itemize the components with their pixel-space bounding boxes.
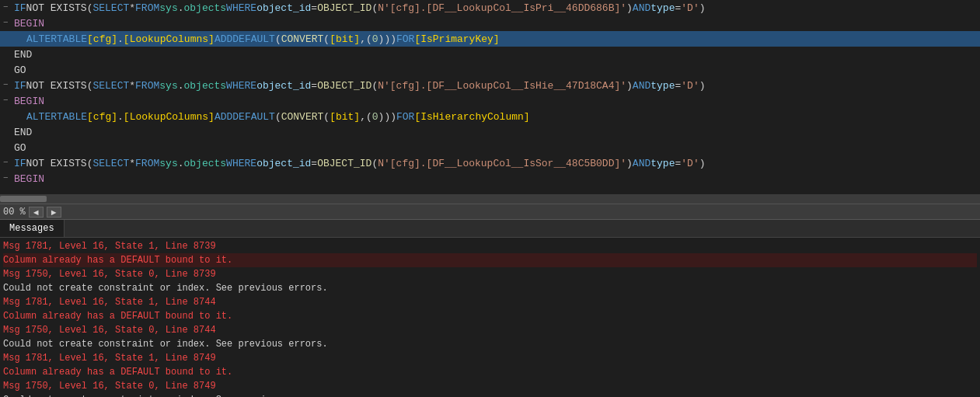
code-token: = [311,80,317,92]
code-token: BEGIN [14,173,44,185]
code-token: object_id [256,80,311,92]
code-token: [cfg] [87,33,117,45]
code-token: objects [184,80,227,92]
code-token: 'D' [681,80,699,92]
code-token: * [129,80,135,92]
code-token: ADD [214,111,232,123]
code-token: ( [323,111,330,123]
tab-messages-label: Messages [9,223,54,234]
message-line: Could not create constraint or index. Se… [3,281,977,295]
code-token: ) [626,158,633,169]
code-token: FOR [396,111,414,123]
code-token: . [178,158,184,169]
code-token: IF [14,158,26,169]
code-token: [bit] [330,111,360,123]
code-token: type [650,158,675,169]
code-line: −BEGIN [0,16,980,31]
code-token: type [650,2,675,14]
code-token: OBJECT_ID [317,2,371,14]
code-token: [IsPrimaryKey] [414,33,499,45]
code-token: ) [626,2,633,14]
code-token: = [311,2,317,14]
tab-messages[interactable]: Messages [0,220,65,237]
code-token: . [178,2,184,14]
fold-button[interactable]: − [3,18,14,29]
code-token: END [14,127,32,138]
code-line: ALTER TABLE [cfg].[LookupColumns] ADD DE… [0,109,980,124]
scrollbar-thumb[interactable] [0,196,47,202]
code-token: ALTER [26,111,57,123]
code-token: ( [371,80,378,92]
code-token: N'[cfg].[DF__LookupCol__IsHie__47D18CA4]… [378,80,626,92]
code-editor[interactable]: −IF NOT EXISTS (SELECT * FROM sys.object… [0,0,980,194]
code-token: CONVERT [281,33,324,45]
horizontal-scrollbar[interactable] [0,194,980,204]
code-token: FROM [135,158,159,169]
message-line: Msg 1750, Level 16, State 0, Line 8744 [3,323,977,337]
code-token: SELECT [92,80,129,92]
code-token: AND [633,80,650,92]
code-token: WHERE [226,158,256,169]
code-token: TABLE [57,33,87,45]
messages-tab-bar: Messages [0,219,980,238]
code-token: CONVERT [281,111,324,123]
code-line: −IF NOT EXISTS (SELECT * FROM sys.object… [0,0,980,16]
code-line: END [0,47,980,62]
code-line: ALTER TABLE [cfg].[LookupColumns] ADD DE… [0,31,980,47]
code-token: object_id [256,2,311,14]
code-token: FROM [135,80,159,92]
code-line: −IF NOT EXISTS (SELECT * FROM sys.object… [0,155,980,171]
fold-button [3,49,14,60]
code-token: ))) [378,111,396,123]
message-line: Could not create constraint or index. Se… [3,393,977,397]
code-line: END [0,124,980,140]
message-line: Msg 1781, Level 16, State 1, Line 8739 [3,239,977,253]
fold-button[interactable]: − [3,158,14,169]
message-line: Msg 1781, Level 16, State 1, Line 8749 [3,351,977,365]
code-token: 0 [372,111,378,123]
fold-button[interactable]: − [3,96,14,106]
code-token: ,( [360,111,372,123]
code-token: [LookupColumns] [124,111,214,123]
fold-button [3,64,14,75]
code-token: ) [699,2,706,14]
code-token: ( [87,2,93,14]
code-token: IF [14,2,26,14]
code-token: [IsHierarchyColumn] [414,111,529,123]
code-token: = [675,80,681,92]
code-token: = [311,158,317,169]
code-line: −IF NOT EXISTS (SELECT * FROM sys.object… [0,78,980,93]
zoom-increase-button[interactable]: ► [47,207,61,218]
code-token: object_id [256,158,311,169]
code-token: AND [633,2,650,14]
code-token: END [14,49,32,61]
code-token: ( [87,158,93,169]
fold-button[interactable]: − [3,2,14,13]
code-token: NOT EXISTS [26,80,87,92]
code-token: 'D' [681,158,699,169]
code-token: [cfg] [87,111,117,123]
code-token: ( [323,33,330,45]
code-token: . [178,80,184,92]
code-token: IF [14,80,26,92]
zoom-decrease-button[interactable]: ◄ [29,207,44,218]
code-token: BEGIN [14,18,44,30]
code-token: ) [699,158,706,169]
fold-button[interactable]: − [3,173,14,184]
messages-area[interactable]: Msg 1781, Level 16, State 1, Line 8739Co… [0,238,980,397]
code-token: sys [159,2,177,14]
code-token: ) [626,80,633,92]
editor-container: −IF NOT EXISTS (SELECT * FROM sys.object… [0,0,980,397]
code-token: sys [159,80,177,92]
code-token: ,( [360,33,372,45]
code-token: ) [699,80,706,92]
fold-button[interactable]: − [3,80,14,91]
code-line: GO [0,62,980,78]
zoom-level: 00 % [3,207,26,218]
message-line: Column already has a DEFAULT bound to it… [3,309,977,323]
code-token: objects [184,2,227,14]
code-token: SELECT [92,2,129,14]
code-line: GO [0,140,980,155]
code-token: = [675,158,681,169]
code-token: ( [275,111,281,123]
